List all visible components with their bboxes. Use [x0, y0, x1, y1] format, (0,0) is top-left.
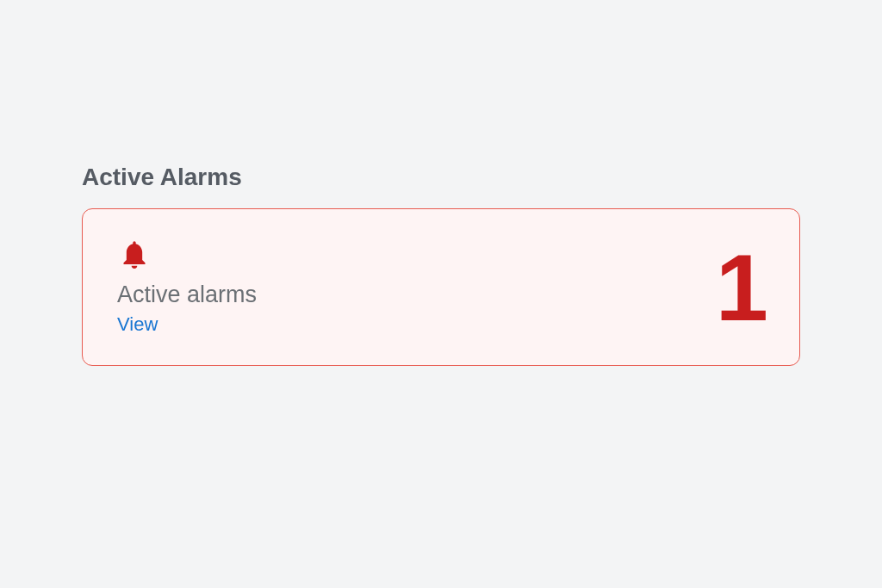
bell-icon: [117, 238, 152, 273]
alarm-count: 1: [716, 240, 765, 335]
alarm-label: Active alarms: [117, 282, 257, 308]
section-title: Active Alarms: [82, 164, 800, 191]
alarm-card: Active alarms View 1: [82, 208, 800, 366]
view-link[interactable]: View: [117, 313, 158, 336]
active-alarms-section: Active Alarms Active alarms View 1: [82, 164, 800, 366]
alarm-card-left: Active alarms View: [117, 238, 257, 336]
